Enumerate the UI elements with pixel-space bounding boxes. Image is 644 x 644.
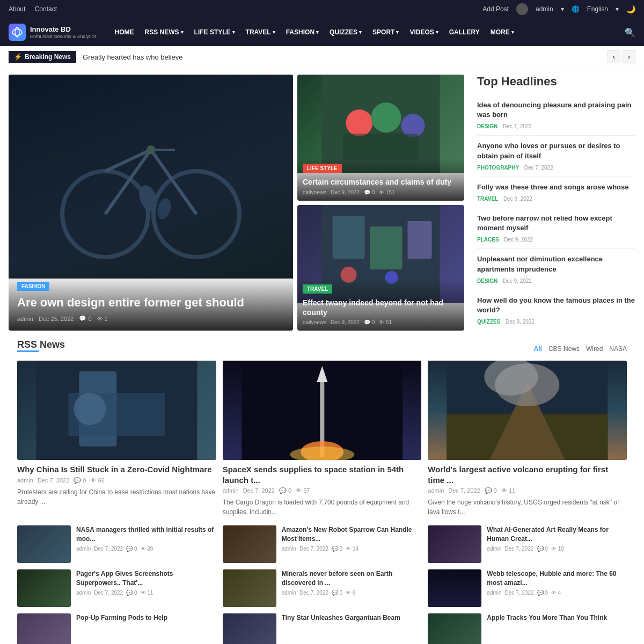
rss-card-spacex-meta: admin Dec 7, 2022 💬 0 👁 67 [223,487,422,494]
rss-filter-wired[interactable]: Wired [586,345,603,353]
nav-lifestyle[interactable]: LIFE STYLE ▾ [189,18,240,46]
nav-home[interactable]: HOME [109,18,140,46]
rss-list-title[interactable]: Minerals never before seen on Earth disc… [282,569,422,588]
rss-list-title[interactable]: What AI-Generated Art Really Means for H… [487,525,627,544]
headline-title[interactable]: Unpleasant nor diminution excellence apa… [477,254,635,274]
rss-list-item[interactable]: What AI-Generated Art Really Means for H… [428,525,627,563]
headline-title[interactable]: Idea of denouncing pleasure and praising… [477,100,635,120]
rss-list-title[interactable]: NASA managers thrilled with initial resu… [76,525,216,544]
breaking-news-label: ⚡ Breaking News [9,51,76,63]
rss-card-volcano-desc: Given the huge volcano's history, USGS u… [428,497,627,517]
rss-list-meta: admin Dec 7, 2022 💬 0 👁 11 [76,590,216,596]
rss-list-title[interactable]: Pager's App Gives Screenshots Superpower… [76,569,216,588]
globe-icon: 🌐 [572,5,580,13]
rss-list-title[interactable]: Webb telescope, Hubble and more: The 60 … [487,569,627,588]
headline-category[interactable]: PLACES [477,237,499,243]
main-content: FASHION Are own design entire former get… [0,68,644,644]
hero-main-article[interactable]: FASHION Are own design entire former get… [9,75,293,331]
rss-list-title[interactable]: Amazon's New Robot Sparrow Can Handle Mo… [282,525,422,544]
search-icon[interactable]: 🔍 [625,27,635,38]
add-post-link[interactable]: Add Post [482,5,509,13]
hero-sub2-category[interactable]: TRAVEL [303,284,332,294]
rss-filter-all[interactable]: All [534,345,542,353]
rss-section-header: RSS News All CBS News Wired NASA [17,339,627,358]
rss-bottom-title[interactable]: Apple Tracks You More Than You Think [487,613,627,623]
rss-bottom-title[interactable]: Tiny Star Unleashes Gargantuan Beam [282,613,422,623]
logo-name: Innovate BD [30,25,97,34]
admin-link[interactable]: admin [536,5,553,13]
top-headlines-title: Top Headlines [477,75,635,89]
rss-list-item[interactable]: NASA managers thrilled with initial resu… [17,525,216,563]
headline-item[interactable]: Anyone who loves or pursues or desires t… [477,136,635,177]
avatar [516,3,528,15]
rss-list-item[interactable]: Minerals never before seen on Earth disc… [223,569,422,607]
headline-item[interactable]: Folly was these three and songs arose wh… [477,177,635,208]
rss-list-item[interactable]: Webb telescope, Hubble and more: The 60 … [428,569,627,607]
rss-bottom-item[interactable]: Pop-Up Farming Pods to Help [17,613,216,644]
nav-more[interactable]: MORE ▾ [485,18,519,46]
headline-date: Dec 7, 2022 [524,165,553,171]
about-link[interactable]: About [9,5,25,13]
contact-link[interactable]: Contact [35,5,57,13]
nav-sport[interactable]: SPORT ▾ [367,18,404,46]
headline-date: Dec 7, 2022 [503,123,532,129]
rss-list-info: Webb telescope, Hubble and more: The 60 … [487,569,627,596]
rss-bottom-item[interactable]: Tiny Star Unleashes Gargantuan Beam [223,613,422,644]
headline-title[interactable]: Two before narrow not relied how except … [477,214,635,233]
rss-card-covid[interactable]: Why China Is Still Stuck in a Zero-Covid… [17,361,216,517]
headline-category[interactable]: QUIZZES [477,319,500,325]
language-link[interactable]: English [587,5,608,13]
headline-category[interactable]: DESIGN [477,123,497,129]
rss-list-info: Pager's App Gives Screenshots Superpower… [76,569,216,596]
nav-rss-news[interactable]: RSS NEWS ▾ [140,18,189,46]
breaking-nav: ‹ › [608,50,635,63]
dark-mode-toggle[interactable]: 🌙 [626,5,635,13]
rss-list-item[interactable]: Pager's App Gives Screenshots Superpower… [17,569,216,607]
rss-bottom-title[interactable]: Pop-Up Farming Pods to Help [76,613,216,623]
chevron-down-icon: ▾ [616,5,619,13]
rss-bottom-item[interactable]: Apple Tracks You More Than You Think [428,613,627,644]
arrow-icon: ▾ [359,30,362,35]
headline-title[interactable]: Anyone who loves or pursues or desires t… [477,141,635,160]
hero-sub2-article[interactable]: TRAVEL Effect twany indeed beyond for no… [297,205,464,331]
hero-sub1-title[interactable]: Certain circumstances and claims of duty [303,177,459,187]
headline-category[interactable]: PHOTOGRAPHY [477,165,519,171]
hero-category-badge[interactable]: FASHION [17,282,49,291]
nav-quizzes[interactable]: QUIZZES ▾ [324,18,367,46]
headline-category[interactable]: TRAVEL [477,196,498,202]
logo[interactable]: Innovate BD Enthusiast Security & Analyt… [9,24,97,41]
nav-travel[interactable]: TRAVEL ▾ [240,18,281,46]
headline-title[interactable]: Folly was these three and songs arose wh… [477,182,635,192]
rss-card-covid-title[interactable]: Why China Is Still Stuck in a Zero-Covid… [17,464,216,475]
headline-item[interactable]: Unpleasant nor diminution excellence apa… [477,249,635,290]
breaking-prev-button[interactable]: ‹ [608,50,620,63]
hero-sub2-title[interactable]: Effect twany indeed beyond for not had c… [303,298,459,317]
rss-card-covid-meta: admin Dec 7, 2022 💬 0 👁 66 [17,477,216,484]
rss-card-spacex-title[interactable]: SpaceX sends supplies to space station i… [223,464,422,485]
rss-list-item[interactable]: Amazon's New Robot Sparrow Can Handle Mo… [223,525,422,563]
headline-item[interactable]: Idea of denouncing pleasure and praising… [477,95,635,136]
rss-filters: All CBS News Wired NASA [534,345,627,353]
hero-sub1-category[interactable]: LIFE STYLE [303,164,342,173]
rss-card-spacex[interactable]: SpaceX sends supplies to space station i… [223,361,422,517]
nav-videos[interactable]: VIDEOS ▾ [404,18,443,46]
hero-sub2-overlay: TRAVEL Effect twany indeed beyond for no… [297,279,464,331]
headline-item[interactable]: Two before narrow not relied how except … [477,208,635,249]
headline-title[interactable]: How well do you know the famous places i… [477,296,635,315]
headline-category[interactable]: DESIGN [477,278,497,284]
rss-list-meta: admin Dec 7, 2022 💬 0 👁 6 [282,590,422,596]
rss-card-volcano[interactable]: World's largest active volcano erupting … [428,361,627,517]
rss-top-cards: Why China Is Still Stuck in a Zero-Covid… [17,361,627,517]
rss-card-volcano-title[interactable]: World's largest active volcano erupting … [428,464,627,485]
headline-item[interactable]: How well do you know the famous places i… [477,290,635,331]
nav-gallery[interactable]: GALLERY [444,18,485,46]
hero-main-title[interactable]: Are own design entire former get should [17,295,284,311]
rss-list-info: What AI-Generated Art Really Means for H… [487,525,627,552]
rss-filter-cbs[interactable]: CBS News [548,345,580,353]
rss-filter-nasa[interactable]: NASA [609,345,627,353]
nav-fashion[interactable]: FASHION ▾ [281,18,324,46]
arrow-icon: ▾ [232,30,235,35]
breaking-next-button[interactable]: › [623,50,635,63]
hero-sub1-article[interactable]: LIFE STYLE Certain circumstances and cla… [297,75,464,201]
rss-list-info: Amazon's New Robot Sparrow Can Handle Mo… [282,525,422,552]
